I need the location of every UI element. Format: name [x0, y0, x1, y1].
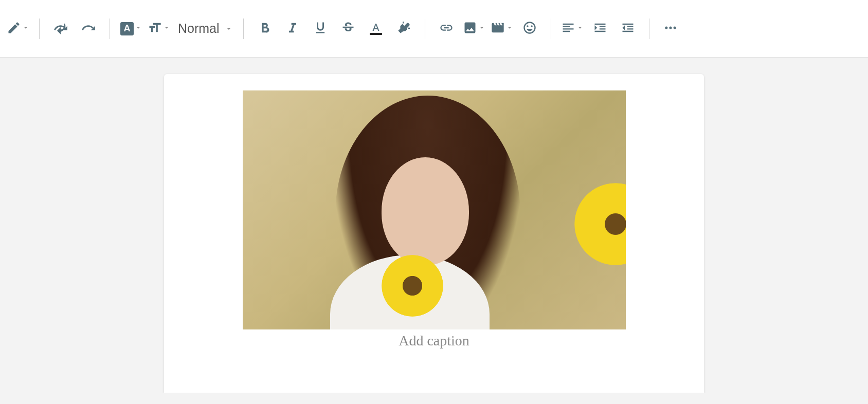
svg-point-2 [673, 26, 676, 29]
underline-button[interactable] [306, 17, 334, 41]
paragraph-format-label: Normal [178, 21, 220, 36]
outdent-button[interactable] [614, 17, 642, 41]
chevron-down-icon [21, 24, 29, 33]
indent-button[interactable] [586, 17, 614, 41]
svg-point-1 [669, 26, 672, 29]
chevron-down-icon [162, 24, 170, 33]
highlight-button[interactable] [390, 17, 418, 41]
inserted-image[interactable] [243, 90, 626, 329]
highlight-icon [396, 21, 411, 37]
font-family-button[interactable]: A [117, 17, 145, 41]
align-left-icon [561, 21, 575, 37]
chevron-down-icon [505, 24, 513, 33]
redo-button[interactable] [75, 17, 102, 41]
chevron-down-icon [220, 21, 233, 36]
link-icon [439, 21, 454, 37]
indent-icon [593, 21, 607, 37]
image-caption-input[interactable]: Add caption [383, 333, 485, 349]
insert-video-button[interactable] [488, 17, 516, 41]
redo-icon [81, 21, 96, 37]
font-color-icon [370, 22, 382, 35]
italic-icon [285, 21, 300, 37]
font-color-button[interactable] [362, 17, 390, 41]
video-icon [491, 21, 505, 37]
strikethrough-icon [341, 21, 355, 37]
undo-button[interactable] [47, 17, 75, 41]
undo-icon [53, 21, 68, 37]
align-button[interactable] [558, 17, 586, 41]
edit-mode-button[interactable] [4, 17, 32, 41]
strikethrough-button[interactable] [334, 17, 362, 41]
font-family-icon: A [120, 22, 134, 35]
separator [110, 19, 110, 39]
insert-image-button[interactable] [460, 17, 488, 41]
italic-button[interactable] [279, 17, 306, 41]
insert-link-button[interactable] [432, 17, 460, 41]
insert-emoji-button[interactable] [516, 17, 544, 41]
editor-toolbar: A Normal [0, 0, 868, 58]
outdent-icon [621, 21, 635, 37]
bold-button[interactable] [251, 17, 279, 41]
more-icon [663, 21, 678, 37]
chevron-down-icon [575, 24, 584, 33]
more-button[interactable] [657, 17, 684, 41]
document-page[interactable]: Add caption [164, 74, 704, 393]
image-figure: Add caption [243, 90, 626, 376]
chevron-down-icon [134, 24, 142, 33]
separator [649, 19, 649, 39]
bold-icon [258, 21, 272, 37]
separator [425, 19, 425, 39]
paragraph-format-button[interactable]: Normal [173, 21, 236, 36]
pencil-icon [7, 21, 21, 37]
underline-icon [313, 21, 328, 37]
image-icon [463, 21, 477, 37]
chevron-down-icon [477, 24, 485, 33]
separator [551, 19, 551, 39]
separator [243, 19, 244, 39]
font-size-button[interactable] [145, 17, 173, 41]
editor-canvas[interactable]: Add caption [0, 58, 868, 393]
font-size-icon [148, 21, 162, 37]
svg-point-0 [665, 26, 667, 29]
separator [39, 19, 40, 39]
emoji-icon [522, 21, 537, 37]
